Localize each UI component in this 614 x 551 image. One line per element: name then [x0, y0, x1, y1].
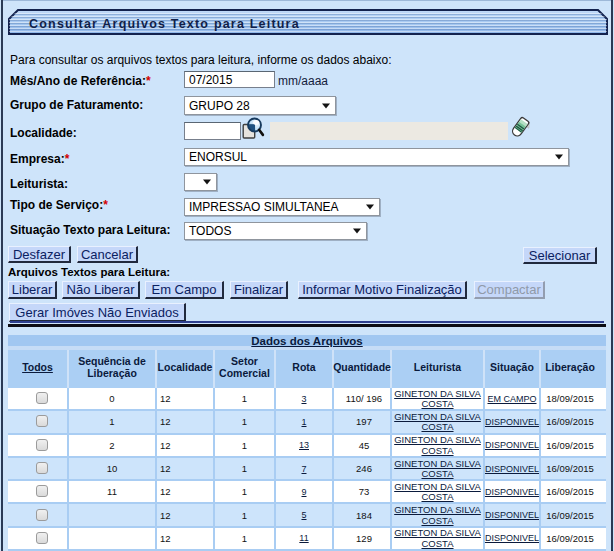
svg-text:Consultar Arquivos Texto para: Consultar Arquivos Texto para Leitura — [29, 17, 300, 31]
